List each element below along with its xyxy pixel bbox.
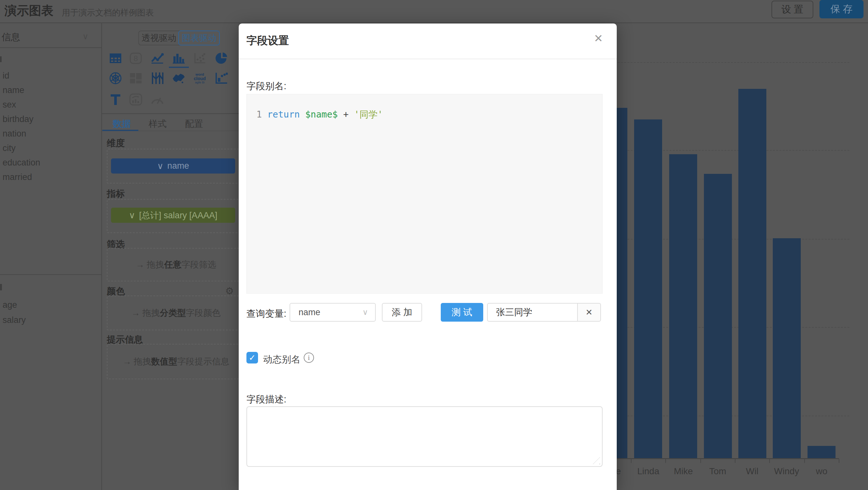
chart-bar[interactable] [808, 446, 836, 458]
chart-bar[interactable] [704, 174, 732, 458]
color-dropzone[interactable]: → 拖拽分类型字段颜色 [107, 295, 245, 330]
settings-button[interactable]: 设 置 [772, 1, 813, 18]
filter-hint-bold: 任意 [164, 259, 181, 270]
clear-input-icon[interactable]: ✕ [577, 303, 601, 322]
tab-data[interactable]: 数据 [113, 118, 131, 130]
progress-steps-icon[interactable] [214, 71, 229, 85]
chart-bar[interactable] [773, 238, 801, 458]
test-input-group: 张三同学 ✕ [487, 303, 601, 322]
page-title: 演示图表 [4, 3, 53, 19]
bar-chart-icon[interactable] [171, 52, 186, 65]
x-axis-label: Wil [746, 466, 758, 477]
query-variable-select[interactable]: name ∨ [289, 303, 376, 322]
x-axis-line [579, 458, 839, 459]
query-variable-label: 查询变量: [246, 308, 286, 320]
scatter-icon[interactable] [192, 52, 207, 65]
gear-icon[interactable]: ⚙ [225, 285, 234, 296]
tab-chart-drive[interactable]: 图表驱动 [178, 31, 220, 46]
chart-bar[interactable] [634, 119, 662, 458]
axis-tick [631, 459, 631, 463]
svg-text:8: 8 [133, 54, 138, 63]
dialog-title: 字段设置 [246, 33, 289, 48]
filter-dropzone[interactable]: → 拖拽任意字段筛选 [107, 248, 245, 281]
axis-tick [839, 459, 839, 463]
parallel-icon[interactable] [150, 71, 165, 85]
check-icon: ✓ [249, 353, 256, 363]
field-item-age[interactable]: age [3, 300, 99, 310]
dimension-chip[interactable]: ∨ name [111, 158, 235, 174]
axis-tick [665, 459, 666, 463]
treemap-icon[interactable] [128, 71, 143, 85]
tooltip-dropzone[interactable]: → 拖拽数值型字段提示信息 [107, 344, 245, 379]
chevron-down-icon: ∨ [362, 308, 368, 317]
filter-hint-suffix: 字段筛选 [181, 259, 216, 270]
chevron-down-icon[interactable]: ∨ [129, 210, 135, 221]
drive-mode-switch: 透视驱动 图表驱动 [138, 31, 220, 46]
clipped-glyph [0, 284, 2, 290]
gauge-icon[interactable] [150, 93, 165, 106]
word-cloud-icon[interactable]: word cloud agile Bi [192, 71, 207, 85]
save-button[interactable]: 保 存 [819, 0, 864, 18]
arrow-right-icon: → [123, 357, 131, 367]
tab-config[interactable]: 配置 [185, 118, 203, 130]
dimension-section-label: 维度 [107, 137, 125, 149]
field-item-salary[interactable]: salary [3, 315, 99, 325]
field-item-birthday[interactable]: birthday [3, 114, 99, 124]
test-value-input[interactable]: 张三同学 [487, 303, 577, 322]
color-hint-suffix: 字段颜色 [186, 307, 221, 319]
app-screen: 演示图表 用于演示文档的样例图表 设 置 保 存 信息 ∨ id name se… [0, 0, 868, 490]
x-axis-label: Linda [637, 466, 659, 477]
test-button[interactable]: 测 试 [441, 303, 483, 322]
dynamic-alias-checkbox[interactable]: ✓ [246, 352, 258, 364]
line-number: 1 [256, 109, 262, 120]
select-value: name [299, 308, 320, 317]
bar-chart-plot [579, 53, 868, 458]
x-axis-label: Tom [709, 466, 726, 477]
china-map-icon[interactable] [171, 71, 186, 85]
field-item-city[interactable]: city [3, 143, 99, 153]
page-subtitle: 用于演示文档的样例图表 [62, 7, 154, 18]
pie-chart-icon[interactable] [214, 52, 229, 65]
axis-tick [769, 459, 770, 463]
field-item-id[interactable]: id [3, 71, 99, 81]
tooltip-hint-suffix: 字段提示信息 [177, 356, 229, 367]
add-button[interactable]: 添 加 [382, 303, 422, 322]
field-item-nation[interactable]: nation [3, 129, 99, 139]
field-item-name[interactable]: name [3, 85, 99, 96]
radar-icon[interactable] [108, 71, 123, 85]
chart-bar[interactable] [738, 89, 766, 458]
code-variable: $name$ [305, 109, 338, 120]
card-chart-icon[interactable] [128, 93, 143, 106]
table-icon[interactable] [108, 52, 123, 65]
dynamic-alias-label[interactable]: 动态别名 [263, 353, 301, 366]
field-item-education[interactable]: education [3, 158, 99, 168]
chevron-down-icon[interactable]: ∨ [157, 161, 163, 171]
alias-code-editor[interactable]: 1 return $name$ + '同学' [246, 94, 602, 294]
metric-chip[interactable]: ∨ [总计] salary [AAAA] [111, 208, 235, 223]
tab-style[interactable]: 样式 [149, 118, 167, 130]
field-item-married[interactable]: married [3, 172, 99, 182]
code-operator: + [343, 109, 349, 120]
metric-chip-label: [总计] salary [AAAA] [139, 209, 217, 221]
description-textarea[interactable] [246, 406, 602, 467]
close-icon[interactable]: ✕ [591, 31, 606, 46]
info-icon[interactable]: i [304, 352, 314, 363]
chevron-down-icon[interactable]: ∨ [82, 32, 89, 41]
number-card-icon[interactable]: 8 [128, 52, 143, 65]
metric-section-label: 指标 [107, 188, 125, 200]
text-icon[interactable] [108, 93, 123, 106]
selected-chart-type-underline [169, 67, 189, 68]
code-line: 1 return $name$ + '同学' [256, 109, 383, 121]
tooltip-hint: 拖拽 [134, 356, 151, 367]
textarea-resize-handle[interactable] [593, 457, 600, 464]
tab-pivot-drive[interactable]: 透视驱动 [139, 31, 179, 45]
arrow-right-icon: → [131, 308, 140, 318]
dataset-group-title[interactable]: 信息 [2, 31, 20, 44]
filter-hint: 拖拽 [147, 259, 164, 270]
chart-bar[interactable] [669, 154, 697, 459]
axis-tick [804, 459, 805, 463]
field-item-sex[interactable]: sex [3, 100, 99, 110]
x-axis-label: Windy [774, 466, 799, 477]
axis-tick [701, 459, 701, 463]
line-chart-icon[interactable] [150, 52, 165, 65]
